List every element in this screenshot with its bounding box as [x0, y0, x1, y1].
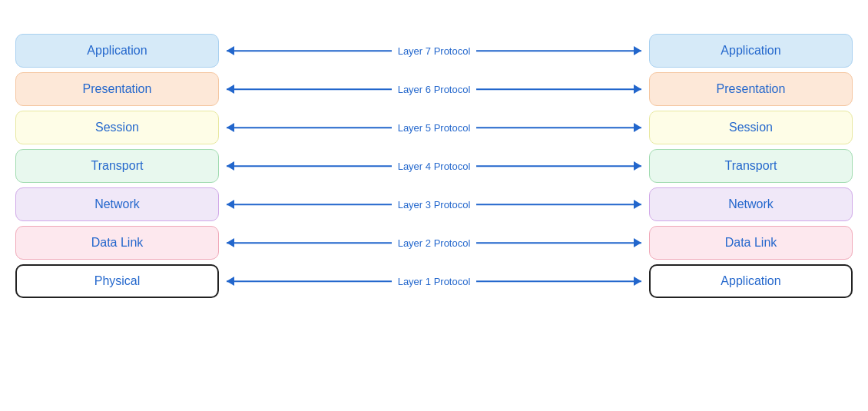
protocol-row-physical: Layer 1 Protocol [227, 264, 641, 298]
arrow-left-icon [227, 46, 234, 55]
right-layer-transport: Transport [649, 149, 853, 183]
protocol-row-transport: Layer 4 Protocol [227, 149, 641, 183]
left-layer-network: Network [15, 187, 219, 221]
protocol-row-application: Layer 7 Protocol [227, 34, 641, 68]
protocol-line-inner: Layer 1 Protocol [227, 276, 641, 287]
arrow-left-icon [227, 85, 234, 94]
protocol-row-data-link: Layer 2 Protocol [227, 226, 641, 260]
arrow-left-icon [227, 277, 234, 286]
osi-diagram: ApplicationPresentationSessionTransportN… [15, 34, 853, 298]
protocol-row-presentation: Layer 6 Protocol [227, 72, 641, 106]
arrow-right-icon [634, 123, 641, 132]
protocol-line-inner: Layer 5 Protocol [227, 122, 641, 134]
protocol-label: Layer 5 Protocol [392, 122, 477, 134]
arrow-right-icon [634, 161, 641, 171]
protocol-line: Layer 4 Protocol [227, 161, 641, 172]
right-layer-application: Application [649, 34, 853, 68]
arrow-left-icon [227, 200, 234, 209]
left-layer-data-link: Data Link [15, 226, 219, 260]
arrow-right-icon [634, 200, 641, 209]
protocol-label: Layer 6 Protocol [392, 84, 477, 95]
protocol-line: Layer 2 Protocol [227, 237, 641, 249]
protocol-label: Layer 2 Protocol [392, 237, 477, 249]
protocol-line-inner: Layer 6 Protocol [227, 84, 641, 95]
protocol-line: Layer 1 Protocol [227, 276, 641, 287]
protocol-line-inner: Layer 4 Protocol [227, 161, 641, 172]
protocol-label: Layer 4 Protocol [392, 161, 477, 172]
left-layer-physical: Physical [15, 264, 219, 298]
left-layer-application: Application [15, 34, 219, 68]
arrow-right-icon [634, 46, 641, 55]
protocol-line: Layer 5 Protocol [227, 122, 641, 134]
arrow-right-icon [634, 277, 641, 286]
arrow-right-icon [634, 238, 641, 247]
protocol-line-inner: Layer 2 Protocol [227, 237, 641, 249]
left-column: ApplicationPresentationSessionTransportN… [15, 34, 219, 298]
right-layer-data-link: Data Link [649, 226, 853, 260]
protocol-row-session: Layer 5 Protocol [227, 111, 641, 144]
protocol-label: Layer 7 Protocol [392, 45, 477, 57]
middle-column: Layer 7 Protocol Layer 6 Protocol Layer … [219, 34, 649, 298]
arrow-left-icon [227, 238, 234, 247]
right-layer-session: Session [649, 111, 853, 144]
right-layer-network: Network [649, 187, 853, 221]
protocol-line: Layer 6 Protocol [227, 84, 641, 95]
protocol-label: Layer 1 Protocol [392, 276, 477, 287]
left-layer-presentation: Presentation [15, 72, 219, 106]
left-layer-transport: Transport [15, 149, 219, 183]
arrow-left-icon [227, 161, 234, 171]
right-column: ApplicationPresentationSessionTransportN… [649, 34, 853, 298]
left-layer-session: Session [15, 111, 219, 144]
protocol-line-inner: Layer 3 Protocol [227, 199, 641, 210]
arrow-left-icon [227, 123, 234, 132]
protocol-row-network: Layer 3 Protocol [227, 187, 641, 221]
protocol-line: Layer 7 Protocol [227, 45, 641, 57]
protocol-line: Layer 3 Protocol [227, 199, 641, 210]
arrow-right-icon [634, 85, 641, 94]
protocol-line-inner: Layer 7 Protocol [227, 45, 641, 57]
protocol-label: Layer 3 Protocol [392, 199, 477, 210]
right-layer-presentation: Presentation [649, 72, 853, 106]
right-layer-physical: Application [649, 264, 853, 298]
